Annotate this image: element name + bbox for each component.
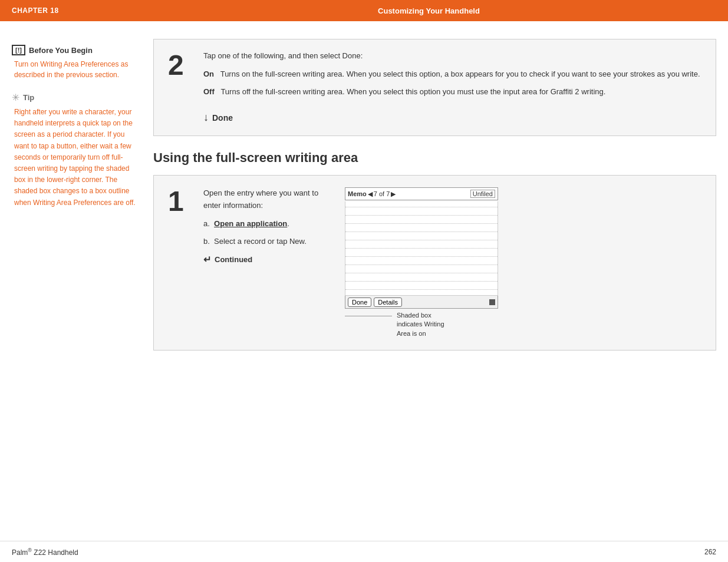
before-begin-title: Before You Begin xyxy=(29,46,93,55)
tip-text: Right after you write a character, your … xyxy=(12,107,141,209)
memo-panel: Memo ◀ 7 of 7 ▶ Unfiled xyxy=(345,187,701,338)
reg-symbol: ® xyxy=(28,547,32,553)
chapter-label: CHAPTER 18 xyxy=(12,6,141,15)
done-label: Done xyxy=(212,113,233,123)
memo-label: Memo xyxy=(348,190,367,197)
memo-line xyxy=(345,257,498,265)
before-begin-header: [!] Before You Begin xyxy=(12,45,141,55)
memo-unfiled: Unfiled xyxy=(470,190,495,198)
step2-box: 2 Tap one of the following, and then sel… xyxy=(153,39,716,136)
before-begin-text: Turn on Writing Area Preferences as desc… xyxy=(12,59,141,80)
memo-line xyxy=(345,224,498,232)
step2-content: Tap one of the following, and then selec… xyxy=(203,51,701,124)
tip-section: ✳ Tip Right after you write a character,… xyxy=(12,92,141,209)
annotation-area: Shaded box indicates Writing Area is on xyxy=(345,311,557,338)
memo-line xyxy=(345,265,498,273)
continued-arrow-icon: ↵ xyxy=(203,254,211,265)
done-button[interactable]: ↓ Done xyxy=(203,111,233,124)
writing-area-indicator-box xyxy=(489,299,495,305)
memo-line xyxy=(345,201,498,207)
step1-box: 1 Open the entry where you want to enter… xyxy=(153,175,716,351)
annotation-line2: indicates Writing xyxy=(397,320,444,328)
brand-name: Palm xyxy=(12,548,28,557)
continued-label: ↵ Continued xyxy=(203,254,333,265)
memo-nav-right[interactable]: ▶ xyxy=(391,190,396,198)
step2-number: 2 xyxy=(168,51,192,124)
memo-lines-area xyxy=(345,201,498,296)
step2-option-off: Off Turns off the full-screen writing ar… xyxy=(203,86,701,98)
page-title: Customizing Your Handheld xyxy=(141,6,716,15)
continued-text: Continued xyxy=(215,255,252,264)
step1-text: Open the entry where you want to enter i… xyxy=(203,187,333,338)
memo-line xyxy=(345,249,498,257)
memo-nav: ◀ 7 of 7 ▶ xyxy=(368,190,396,198)
step2-intro: Tap one of the following, and then selec… xyxy=(203,51,701,60)
step1-inner: Open the entry where you want to enter i… xyxy=(203,187,701,338)
step2-option-on: On Turns on the full-screen writing area… xyxy=(203,68,701,80)
memo-details-button[interactable]: Details xyxy=(374,297,402,307)
model-name: Z22 Handheld xyxy=(32,548,78,557)
option-off-text: Turns off the full-screen writing area. … xyxy=(220,87,605,96)
page-number: 262 xyxy=(704,548,716,556)
memo-title-bar: Memo ◀ 7 of 7 ▶ Unfiled xyxy=(345,187,498,200)
step1-item-a: a. Open an application. xyxy=(203,218,333,230)
before-begin-section: [!] Before You Begin Turn on Writing Are… xyxy=(12,45,141,80)
footer-brand: Palm® Z22 Handheld xyxy=(12,547,78,557)
memo-container: Memo ◀ 7 of 7 ▶ Unfiled xyxy=(345,187,498,309)
step1-item-b-text: Select a record or tap New. xyxy=(214,237,307,246)
memo-line xyxy=(345,273,498,282)
memo-line xyxy=(345,232,498,240)
step1-item-b: b. Select a record or tap New. xyxy=(203,236,333,248)
annotation-text: Shaded box indicates Writing Area is on xyxy=(397,311,444,338)
section-heading: Using the full-screen writing area xyxy=(153,150,716,166)
step1-number: 1 xyxy=(168,187,192,338)
annotation-line1: Shaded box xyxy=(397,312,431,319)
done-arrow-icon: ↓ xyxy=(203,111,209,124)
memo-done-button[interactable]: Done xyxy=(348,297,371,307)
right-content: 2 Tap one of the following, and then sel… xyxy=(153,39,716,365)
tip-star-icon: ✳ xyxy=(12,92,19,103)
memo-bottom-bar: Done Details xyxy=(345,296,498,309)
annotation-line3: Area is on xyxy=(397,330,426,337)
open-application-link[interactable]: Open an application xyxy=(214,219,287,228)
memo-line xyxy=(345,282,498,290)
memo-nav-left[interactable]: ◀ xyxy=(368,190,373,198)
option-on-label: On xyxy=(203,70,214,78)
memo-line xyxy=(345,240,498,249)
tip-header: ✳ Tip xyxy=(12,92,141,103)
option-off-label: Off xyxy=(203,87,215,96)
annotation-line xyxy=(345,316,392,316)
tip-title: Tip xyxy=(23,93,34,102)
header-bar: CHAPTER 18 Customizing Your Handheld xyxy=(0,0,728,21)
option-on-text: Turns on the full-screen writing area. W… xyxy=(220,70,700,78)
page-footer: Palm® Z22 Handheld 262 xyxy=(0,541,728,562)
memo-line xyxy=(345,216,498,224)
step1-intro: Open the entry where you want to enter i… xyxy=(203,187,333,212)
main-content: [!] Before You Begin Turn on Writing Are… xyxy=(0,21,728,376)
memo-page: 7 of 7 xyxy=(374,190,390,197)
sidebar: [!] Before You Begin Turn on Writing Are… xyxy=(12,39,141,365)
memo-line xyxy=(345,207,498,216)
exclamation-icon: [!] xyxy=(12,45,25,55)
